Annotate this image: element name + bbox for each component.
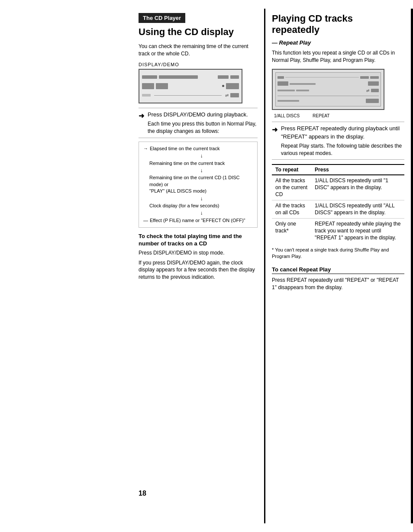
arrow-right-symbol: ➜ [139,112,144,120]
mock-bar [370,76,379,79]
mock-row-r5 [277,99,379,103]
right-border [411,9,413,523]
check-heading: To check the total playing time and the … [139,233,258,248]
mock-row-2 [142,84,239,89]
repeat-play-label: — Repeat Play [272,39,404,46]
mock-bar [277,100,299,102]
flow-down-4: ↓ [150,210,253,216]
check-step2: If you press DISPLAY/DEMO again, the clo… [139,259,258,281]
left-arrow-instruction: ➜ Press DISPLAY/DEMO during playback. Ea… [139,108,258,138]
left-instruction-main: Press DISPLAY/DEMO during playback. [148,111,258,119]
flow-text-5: Effect (P FILE) name or "EFFECT ON (OFF)… [150,217,245,224]
right-instruction-block: Press REPEAT repeatedly during playback … [281,125,404,157]
display-demo-label: DISPLAY/DEMO [139,62,258,67]
table-col2-header: Press [311,164,404,175]
section-header: The CD Player [139,13,185,23]
check-step1: Press DISPLAY/DEMO in stop mode. [139,249,258,257]
flow-down-1: ↓ [150,153,253,159]
flow-arrow-5: — [143,217,148,224]
right-arrow-instruction: ➜ Press REPEAT repeatedly during playbac… [272,122,404,160]
flow-item-3: Remaining time on the current CD (1 DISC… [143,174,253,194]
flow-item-1: → Elapsed time on the current track [143,145,253,152]
mock-block [159,75,198,79]
mock-bar [371,89,379,92]
flow-text-2: Remaining time on the current track [149,160,225,167]
mock-bar [360,76,369,79]
flow-down-2: ↓ [150,168,253,174]
mock-block [142,75,157,79]
disc-label-left: 1/ALL DISCS [274,113,300,118]
cancel-heading: To cancel Repeat Play [272,266,404,274]
flow-arrow-1: → [143,145,148,152]
right-instruction-main: Press REPEAT repeatedly during playback … [281,125,404,140]
mock-bar [277,81,288,86]
mock-row-r4 [277,96,379,96]
mock-block [226,83,239,89]
right-column: Playing CD tracksrepeatedly — Repeat Pla… [264,9,411,523]
left-instruction-block: Press DISPLAY/DEMO during playback. Each… [148,111,258,135]
flow-down-3: ↓ [150,196,253,202]
right-section-title: Playing CD tracksrepeatedly [272,13,404,36]
flow-text-3: Remaining time on the current CD (1 DISC… [149,174,239,194]
left-instruction-detail: Each time you press this button in Norma… [148,120,258,135]
mock-block [218,75,229,79]
table-cell-press-3: REPEAT repeatedly while playing the trac… [311,219,404,243]
mock-block [230,93,239,97]
table-row: Only one track* REPEAT repeatedly while … [272,219,404,243]
mock-bar [366,99,379,103]
table-row: All the tracks on the current CD 1/ALL D… [272,175,404,200]
main-content: The CD Player Using the CD display You c… [139,9,413,523]
mock-row-r1 [277,76,379,79]
mock-bar [368,81,379,86]
table-cell-to-repeat-2: All the tracks on all CDs [272,200,311,219]
mock-bar [277,90,295,91]
flow-text-4: Clock display (for a few seconds) [149,203,219,209]
mock-dot [222,85,224,87]
disc-labels: 1/ALL DISCS REPEAT [272,113,404,118]
flow-item-4: Clock display (for a few seconds) [143,203,253,209]
cd-display-mockup: ⇌ [139,69,242,103]
cancel-text: Press REPEAT repeatedly until "REPEAT" o… [272,277,404,291]
table-cell-press-2: 1/ALL DISCS repeatedly until "ALL DISCS"… [311,200,404,219]
flow-text-1: Elapsed time on the current track [150,145,219,152]
page-number: 18 [139,490,146,497]
right-instruction-detail: Repeat Play starts. The following table … [281,142,404,157]
cd-mockup-right: ⇌ [272,69,384,110]
mock-block [142,94,151,97]
mock-row-r2 [277,81,379,86]
left-intro-text: You can check the remaining time of the … [139,43,258,58]
mock-row-3: ⇌ [142,93,239,98]
table-cell-press-1: 1/ALL DISCS repeatedly until "1 DISC" ap… [311,175,404,200]
mock-bar [290,83,316,85]
right-title-text: Playing CD tracksrepeatedly [272,13,353,35]
table-row: All the tracks on all CDs 1/ALL DISCS re… [272,200,404,219]
mock-bar [296,90,309,91]
mock-row-1 [142,74,239,80]
cd-mock-inner: ⇌ [275,72,381,106]
flow-chart: → Elapsed time on the current track ↓ Re… [139,142,258,228]
flow-item-2: Remaining time on the current track [143,160,253,167]
table-cell-to-repeat-3: Only one track* [272,219,311,243]
section-header-text: The CD Player [143,15,181,21]
repeat-table: To repeat Press All the tracks on the cu… [272,164,404,243]
mock-block [156,83,168,89]
mock-block [230,75,239,79]
right-arrow-symbol: ➜ [272,126,277,134]
right-intro-text: This function lets you repeat a single C… [272,49,404,64]
table-cell-to-repeat-1: All the tracks on the current CD [272,175,311,200]
mock-bar [277,76,284,79]
table-col1-header: To repeat [272,164,311,175]
left-section-title: Using the CD display [139,26,258,38]
disc-label-right: REPEAT [313,113,329,118]
mock-row-r3: ⇌ [277,88,379,93]
footnote-text: * You can't repeat a single track during… [272,247,404,260]
flow-item-5: — Effect (P FILE) name or "EFFECT ON (OF… [143,217,253,224]
mock-block [142,83,154,89]
left-margin [0,9,139,523]
left-column: The CD Player Using the CD display You c… [139,9,264,523]
